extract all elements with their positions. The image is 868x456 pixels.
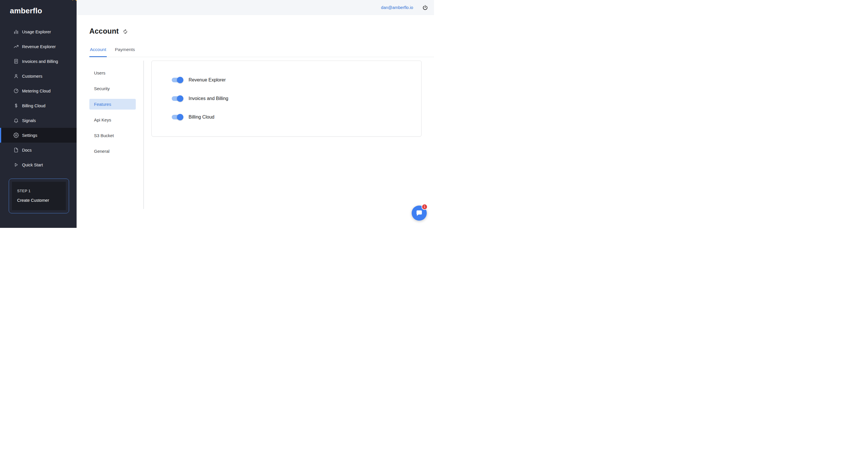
tab-account[interactable]: Account <box>89 44 107 57</box>
sidebar-item-label: Settings <box>22 133 37 138</box>
sidebar-item-signals[interactable]: Signals <box>0 113 76 128</box>
content: Account Account Payments Users Security … <box>76 15 434 228</box>
refresh-button[interactable] <box>122 29 128 34</box>
chat-launcher-button[interactable]: 1 <box>412 205 427 221</box>
sidebar-item-label: Docs <box>22 148 32 153</box>
sidebar-item-label: Usage Explorer <box>22 30 51 34</box>
doc-icon <box>13 147 19 153</box>
play-icon <box>13 162 19 168</box>
feature-label: Invoices and Billing <box>189 96 228 101</box>
sidebar-item-revenue-explorer[interactable]: Revenue Explorer <box>0 39 76 54</box>
sidebar-item-label: Revenue Explorer <box>22 44 56 49</box>
settings-subnav: Users Security Features Api Keys S3 Buck… <box>89 61 136 161</box>
feature-row-revenue-explorer: Revenue Explorer <box>172 71 421 89</box>
subnav-item-s3-bucket[interactable]: S3 Bucket <box>89 130 136 141</box>
sidebar-nav: Usage Explorer Revenue Explorer Invoices… <box>0 24 76 172</box>
invoice-icon <box>13 59 19 64</box>
bar-chart-icon <box>13 29 19 34</box>
dollar-icon <box>13 103 19 108</box>
subnav-item-features[interactable]: Features <box>89 99 136 109</box>
bell-icon <box>13 118 19 123</box>
feature-row-billing-cloud: Billing Cloud <box>172 108 421 126</box>
trending-up-icon <box>13 44 19 49</box>
sidebar-item-invoices-and-billing[interactable]: Invoices and Billing <box>0 54 76 69</box>
sidebar-item-label: Billing Cloud <box>22 103 45 108</box>
page-title-row: Account <box>89 26 434 36</box>
chat-notification-badge: 1 <box>422 204 428 210</box>
sidebar: amberflo Usage Explorer Revenue Explorer… <box>0 0 76 228</box>
feature-row-invoices-and-billing: Invoices and Billing <box>172 89 421 108</box>
toggle-thumb <box>177 77 183 83</box>
invoices-and-billing-toggle[interactable] <box>172 96 183 101</box>
sidebar-item-label: Signals <box>22 118 36 123</box>
features-card: Revenue Explorer Invoices and Billing <box>151 61 422 136</box>
feature-label: Billing Cloud <box>189 115 214 120</box>
quick-start-step-box[interactable]: STEP 1 Create Customer <box>9 178 69 214</box>
quick-start-step-inner: STEP 1 Create Customer <box>12 182 66 210</box>
refresh-icon <box>123 29 128 34</box>
sidebar-item-label: Invoices and Billing <box>22 59 58 64</box>
amberflo-logo: amberflo <box>0 0 76 14</box>
sidebar-item-docs[interactable]: Docs <box>0 143 76 157</box>
person-icon <box>13 73 19 79</box>
user-email-link[interactable]: dan@amberflo.io <box>381 5 413 10</box>
topbar: dan@amberflo.io <box>76 0 434 15</box>
toggle-thumb <box>177 95 183 102</box>
sidebar-item-label: Quick Start <box>22 163 43 167</box>
toggle-thumb <box>177 114 183 120</box>
subnav-item-api-keys[interactable]: Api Keys <box>89 115 136 125</box>
billing-cloud-toggle[interactable] <box>172 115 183 120</box>
subnav-item-security[interactable]: Security <box>89 83 136 94</box>
sidebar-item-usage-explorer[interactable]: Usage Explorer <box>0 24 76 39</box>
main-area: dan@amberflo.io Account Account Payments… <box>76 0 434 228</box>
subnav-item-users[interactable]: Users <box>89 68 136 78</box>
revenue-explorer-toggle[interactable] <box>172 78 183 82</box>
sidebar-item-metering-cloud[interactable]: Metering Cloud <box>0 84 76 98</box>
feature-label: Revenue Explorer <box>189 77 226 83</box>
chat-bubble-icon <box>415 209 423 217</box>
sidebar-item-customers[interactable]: Customers <box>0 69 76 84</box>
power-icon <box>422 4 429 11</box>
page-title: Account <box>89 27 119 35</box>
sidebar-item-billing-cloud[interactable]: Billing Cloud <box>0 98 76 113</box>
gear-icon <box>13 132 19 138</box>
app-window: amberflo Usage Explorer Revenue Explorer… <box>0 0 434 228</box>
sidebar-item-label: Customers <box>22 74 42 78</box>
sidebar-item-label: Metering Cloud <box>22 89 51 93</box>
tab-payments[interactable]: Payments <box>114 44 135 57</box>
meter-icon <box>13 88 19 94</box>
logo-arc-icon <box>72 0 77 1</box>
logout-power-button[interactable] <box>421 3 429 12</box>
tab-bar: Account Payments <box>89 44 434 57</box>
subnav-item-general[interactable]: General <box>89 146 136 157</box>
vertical-divider <box>143 61 144 209</box>
sidebar-item-quick-start[interactable]: Quick Start <box>0 157 76 172</box>
sidebar-item-settings[interactable]: Settings <box>0 128 76 143</box>
logo-text: amberflo <box>10 7 42 14</box>
settings-body: Users Security Features Api Keys S3 Buck… <box>89 61 434 209</box>
step-title: Create Customer <box>17 198 62 203</box>
step-number: STEP 1 <box>17 189 62 193</box>
